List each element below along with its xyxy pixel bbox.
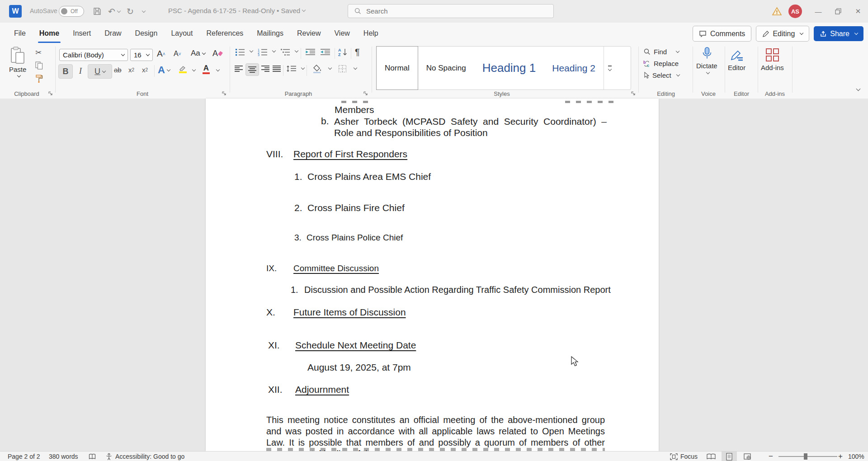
undo-chevron-icon[interactable] <box>117 9 121 12</box>
zoom-slider-track[interactable] <box>778 456 837 457</box>
minimize-button[interactable]: — <box>808 0 828 23</box>
format-painter-button[interactable] <box>35 74 43 83</box>
zoom-in-button[interactable]: + <box>838 452 843 461</box>
tab-insert[interactable]: Insert <box>66 23 98 44</box>
subscript-button[interactable]: x2 <box>128 66 134 74</box>
zoom-level[interactable]: 100% <box>848 452 864 461</box>
superscript-button[interactable]: x2 <box>142 66 148 74</box>
share-button[interactable]: Share <box>814 26 863 41</box>
document-page[interactable]: Members b. Asher Torbeck (MCPASD Safety … <box>206 99 659 451</box>
styles-dialog-launcher[interactable] <box>631 91 636 96</box>
collapse-ribbon-chevron-icon[interactable] <box>856 87 861 91</box>
bullets-chevron-icon[interactable] <box>250 49 253 52</box>
line-spacing-chevron-icon[interactable] <box>301 66 305 70</box>
underline-button[interactable]: U <box>88 64 112 79</box>
styles-gallery-more-button[interactable] <box>604 47 616 89</box>
borders-chevron-icon[interactable] <box>354 66 357 70</box>
paste-button[interactable]: Paste <box>9 46 26 77</box>
multilevel-list-button[interactable] <box>280 48 290 56</box>
align-left-button[interactable] <box>234 65 243 72</box>
replace-button[interactable]: bc Replace <box>643 60 679 67</box>
search-input[interactable] <box>365 7 539 15</box>
highlight-chevron-icon[interactable] <box>192 68 196 71</box>
font-color-button[interactable]: A <box>203 64 210 74</box>
style-no-spacing[interactable]: No Spacing <box>418 47 474 89</box>
tab-design[interactable]: Design <box>128 23 165 44</box>
tab-review[interactable]: Review <box>290 23 327 44</box>
clipboard-dialog-launcher[interactable] <box>48 91 53 96</box>
search-box[interactable] <box>348 4 554 18</box>
font-name-select[interactable]: Calibri (Body) <box>59 49 128 61</box>
tab-file[interactable]: File <box>7 23 33 44</box>
document-canvas[interactable]: Members b. Asher Torbeck (MCPASD Safety … <box>0 99 868 451</box>
close-button[interactable]: ✕ <box>848 0 868 23</box>
paragraph-dialog-launcher[interactable] <box>363 91 368 96</box>
undo-icon[interactable]: ↶ <box>108 6 120 17</box>
style-heading-1[interactable]: Heading 1 <box>474 47 544 89</box>
copy-button[interactable] <box>35 61 43 70</box>
strikethrough-button[interactable]: ab <box>114 66 122 74</box>
grow-font-button[interactable]: A˄ <box>157 49 165 59</box>
tab-mailings[interactable]: Mailings <box>250 23 290 44</box>
font-color-chevron-icon[interactable] <box>216 68 220 71</box>
select-button[interactable]: Select <box>644 71 679 79</box>
text-effects-button[interactable]: A <box>158 64 170 76</box>
numbering-button[interactable]: 123 <box>258 48 268 56</box>
zoom-slider-thumb[interactable] <box>804 453 807 460</box>
increase-indent-button[interactable] <box>320 48 330 56</box>
addins-button[interactable]: Add-ins <box>761 48 784 71</box>
web-layout-button[interactable] <box>740 452 755 461</box>
font-dialog-launcher[interactable] <box>222 91 226 96</box>
warning-icon[interactable] <box>772 7 782 16</box>
bullets-button[interactable] <box>235 48 245 56</box>
show-hide-paragraph-button[interactable]: ¶ <box>355 47 360 57</box>
line-spacing-button[interactable] <box>286 65 297 72</box>
read-mode-button[interactable] <box>703 452 719 461</box>
style-normal[interactable]: Normal <box>376 46 418 90</box>
word-logo-icon[interactable]: W <box>9 5 22 18</box>
justify-button[interactable] <box>272 65 281 72</box>
dictate-button[interactable]: Dictate <box>696 47 717 74</box>
font-size-select[interactable]: 16 <box>130 49 153 61</box>
find-button[interactable]: Find <box>644 48 679 56</box>
autosave-toggle[interactable]: Off <box>59 6 84 17</box>
tab-view[interactable]: View <box>327 23 356 44</box>
change-case-button[interactable]: Aa <box>191 49 205 58</box>
print-layout-button[interactable] <box>722 452 737 461</box>
tab-home[interactable]: Home <box>33 23 66 44</box>
highlight-color-button[interactable] <box>179 65 187 73</box>
word-count[interactable]: 380 words <box>49 452 78 461</box>
zoom-out-button[interactable]: − <box>769 452 773 461</box>
qat-customize-chevron-icon[interactable] <box>140 11 145 12</box>
focus-button[interactable]: Focus <box>670 452 698 461</box>
italic-button[interactable]: I <box>75 64 86 78</box>
save-icon[interactable] <box>93 7 102 16</box>
cut-button[interactable]: ✂ <box>35 48 42 57</box>
comments-button[interactable]: Comments <box>693 26 751 42</box>
shrink-font-button[interactable]: A˅ <box>174 50 181 58</box>
bold-button[interactable]: B <box>58 64 73 79</box>
account-avatar[interactable]: AS <box>788 5 802 18</box>
shading-chevron-icon[interactable] <box>328 66 332 70</box>
multilevel-chevron-icon[interactable] <box>295 49 298 52</box>
redo-icon[interactable]: ↻ <box>127 6 134 17</box>
tab-help[interactable]: Help <box>357 23 385 44</box>
tab-references[interactable]: References <box>199 23 250 44</box>
clear-formatting-button[interactable]: A <box>212 49 222 58</box>
align-right-button[interactable] <box>261 65 270 72</box>
page-indicator[interactable]: Page 2 of 2 <box>8 452 40 461</box>
shading-button[interactable] <box>312 64 323 73</box>
tab-layout[interactable]: Layout <box>164 23 199 44</box>
decrease-indent-button[interactable] <box>305 48 316 56</box>
editing-mode-button[interactable]: Editing <box>756 26 809 42</box>
editor-button[interactable]: Editor <box>728 48 745 71</box>
align-center-button[interactable] <box>245 63 259 76</box>
proofing-status-icon[interactable] <box>89 452 96 461</box>
numbering-chevron-icon[interactable] <box>272 49 276 52</box>
restore-button[interactable] <box>828 0 848 23</box>
sort-button[interactable]: AZ <box>338 47 348 56</box>
tab-draw[interactable]: Draw <box>98 23 128 44</box>
accessibility-status[interactable]: Accessibility: Good to go <box>105 452 184 461</box>
borders-button[interactable] <box>338 65 347 73</box>
style-heading-2[interactable]: Heading 2 <box>544 47 604 89</box>
